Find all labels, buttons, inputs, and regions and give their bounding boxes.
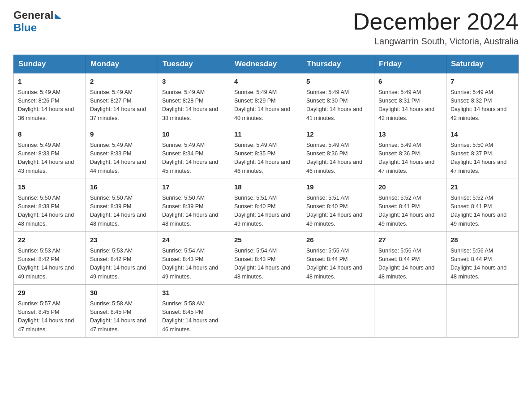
day-info: Sunrise: 5:51 AMSunset: 8:40 PMDaylight:… [306,194,370,229]
day-info: Sunrise: 5:55 AMSunset: 8:44 PMDaylight:… [306,247,370,282]
day-number: 6 [378,77,442,87]
col-saturday: Saturday [446,55,519,73]
table-row: 24 Sunrise: 5:54 AMSunset: 8:43 PMDaylig… [158,232,230,285]
day-number: 5 [306,77,370,87]
logo: General Blue [13,9,62,34]
day-number: 20 [378,182,442,193]
calendar-week-row: 22 Sunrise: 5:53 AMSunset: 8:42 PMDaylig… [14,232,519,285]
day-number: 8 [18,129,82,140]
day-number: 11 [234,129,298,140]
day-number: 25 [234,235,298,245]
page-header: General Blue December 2024 Langwarrin So… [13,9,519,47]
table-row: 7 Sunrise: 5:49 AMSunset: 8:32 PMDayligh… [446,73,519,126]
day-info: Sunrise: 5:49 AMSunset: 8:33 PMDaylight:… [90,141,154,176]
day-info: Sunrise: 5:49 AMSunset: 8:28 PMDaylight:… [162,88,226,123]
logo-blue-text: Blue [13,21,37,34]
col-wednesday: Wednesday [230,55,302,73]
col-monday: Monday [86,55,158,73]
day-info: Sunrise: 5:56 AMSunset: 8:44 PMDaylight:… [450,247,514,282]
table-row: 25 Sunrise: 5:54 AMSunset: 8:43 PMDaylig… [230,232,302,285]
day-info: Sunrise: 5:50 AMSunset: 8:39 PMDaylight:… [162,194,226,229]
day-info: Sunrise: 5:53 AMSunset: 8:42 PMDaylight:… [18,247,82,282]
table-row: 10 Sunrise: 5:49 AMSunset: 8:34 PMDaylig… [158,126,230,179]
day-info: Sunrise: 5:49 AMSunset: 8:36 PMDaylight:… [378,141,442,176]
table-row: 2 Sunrise: 5:49 AMSunset: 8:27 PMDayligh… [86,73,158,126]
table-row: 26 Sunrise: 5:55 AMSunset: 8:44 PMDaylig… [302,232,374,285]
calendar-week-row: 29 Sunrise: 5:57 AMSunset: 8:45 PMDaylig… [14,285,519,338]
table-row: 9 Sunrise: 5:49 AMSunset: 8:33 PMDayligh… [86,126,158,179]
day-number: 1 [18,77,82,87]
table-row: 27 Sunrise: 5:56 AMSunset: 8:44 PMDaylig… [374,232,446,285]
day-info: Sunrise: 5:49 AMSunset: 8:32 PMDaylight:… [450,88,514,123]
table-row: 28 Sunrise: 5:56 AMSunset: 8:44 PMDaylig… [446,232,519,285]
table-row: 8 Sunrise: 5:49 AMSunset: 8:33 PMDayligh… [14,126,86,179]
table-row: 11 Sunrise: 5:49 AMSunset: 8:35 PMDaylig… [230,126,302,179]
table-row: 6 Sunrise: 5:49 AMSunset: 8:31 PMDayligh… [374,73,446,126]
day-number: 4 [234,77,298,87]
table-row [230,285,302,338]
table-row [302,285,374,338]
table-row: 30 Sunrise: 5:58 AMSunset: 8:45 PMDaylig… [86,285,158,338]
day-number: 18 [234,182,298,193]
table-row: 22 Sunrise: 5:53 AMSunset: 8:42 PMDaylig… [14,232,86,285]
table-row: 1 Sunrise: 5:49 AMSunset: 8:26 PMDayligh… [14,73,86,126]
table-row: 12 Sunrise: 5:49 AMSunset: 8:36 PMDaylig… [302,126,374,179]
table-row: 29 Sunrise: 5:57 AMSunset: 8:45 PMDaylig… [14,285,86,338]
table-row: 18 Sunrise: 5:51 AMSunset: 8:40 PMDaylig… [230,179,302,232]
day-number: 9 [90,129,154,140]
day-number: 3 [162,77,226,87]
day-info: Sunrise: 5:52 AMSunset: 8:41 PMDaylight:… [450,194,514,229]
table-row: 14 Sunrise: 5:50 AMSunset: 8:37 PMDaylig… [446,126,519,179]
table-row: 19 Sunrise: 5:51 AMSunset: 8:40 PMDaylig… [302,179,374,232]
day-info: Sunrise: 5:49 AMSunset: 8:26 PMDaylight:… [18,88,82,123]
day-info: Sunrise: 5:58 AMSunset: 8:45 PMDaylight:… [90,300,154,334]
logo-general-text: General [13,9,53,21]
day-number: 16 [90,182,154,193]
day-info: Sunrise: 5:49 AMSunset: 8:34 PMDaylight:… [162,141,226,176]
col-tuesday: Tuesday [158,55,230,73]
day-info: Sunrise: 5:50 AMSunset: 8:38 PMDaylight:… [18,194,82,229]
table-row: 15 Sunrise: 5:50 AMSunset: 8:38 PMDaylig… [14,179,86,232]
day-number: 17 [162,182,226,193]
day-number: 2 [90,77,154,87]
day-info: Sunrise: 5:51 AMSunset: 8:40 PMDaylight:… [234,194,298,229]
day-number: 28 [450,235,514,245]
calendar-header-row: Sunday Monday Tuesday Wednesday Thursday… [14,55,519,73]
calendar-table: Sunday Monday Tuesday Wednesday Thursday… [13,55,519,338]
table-row: 13 Sunrise: 5:49 AMSunset: 8:36 PMDaylig… [374,126,446,179]
day-info: Sunrise: 5:53 AMSunset: 8:42 PMDaylight:… [90,247,154,282]
table-row: 23 Sunrise: 5:53 AMSunset: 8:42 PMDaylig… [86,232,158,285]
location-subtitle: Langwarrin South, Victoria, Australia [353,36,519,47]
day-number: 27 [378,235,442,245]
day-info: Sunrise: 5:54 AMSunset: 8:43 PMDaylight:… [162,247,226,282]
table-row: 5 Sunrise: 5:49 AMSunset: 8:30 PMDayligh… [302,73,374,126]
day-number: 23 [90,235,154,245]
day-number: 29 [18,288,82,298]
day-info: Sunrise: 5:49 AMSunset: 8:35 PMDaylight:… [234,141,298,176]
table-row [446,285,519,338]
day-number: 26 [306,235,370,245]
logo-arrow-icon [55,13,62,19]
day-number: 30 [90,288,154,298]
col-sunday: Sunday [14,55,86,73]
day-number: 10 [162,129,226,140]
day-info: Sunrise: 5:58 AMSunset: 8:45 PMDaylight:… [162,300,226,334]
title-block: December 2024 Langwarrin South, Victoria… [353,9,519,47]
calendar-week-row: 1 Sunrise: 5:49 AMSunset: 8:26 PMDayligh… [14,73,519,126]
day-number: 31 [162,288,226,298]
table-row: 31 Sunrise: 5:58 AMSunset: 8:45 PMDaylig… [158,285,230,338]
col-thursday: Thursday [302,55,374,73]
month-title: December 2024 [353,9,519,34]
day-info: Sunrise: 5:49 AMSunset: 8:33 PMDaylight:… [18,141,82,176]
table-row: 3 Sunrise: 5:49 AMSunset: 8:28 PMDayligh… [158,73,230,126]
day-number: 21 [450,182,514,193]
day-info: Sunrise: 5:52 AMSunset: 8:41 PMDaylight:… [378,194,442,229]
table-row: 4 Sunrise: 5:49 AMSunset: 8:29 PMDayligh… [230,73,302,126]
day-number: 12 [306,129,370,140]
day-number: 22 [18,235,82,245]
day-info: Sunrise: 5:57 AMSunset: 8:45 PMDaylight:… [18,300,82,334]
table-row: 20 Sunrise: 5:52 AMSunset: 8:41 PMDaylig… [374,179,446,232]
calendar-week-row: 15 Sunrise: 5:50 AMSunset: 8:38 PMDaylig… [14,179,519,232]
day-info: Sunrise: 5:50 AMSunset: 8:39 PMDaylight:… [90,194,154,229]
day-info: Sunrise: 5:54 AMSunset: 8:43 PMDaylight:… [234,247,298,282]
